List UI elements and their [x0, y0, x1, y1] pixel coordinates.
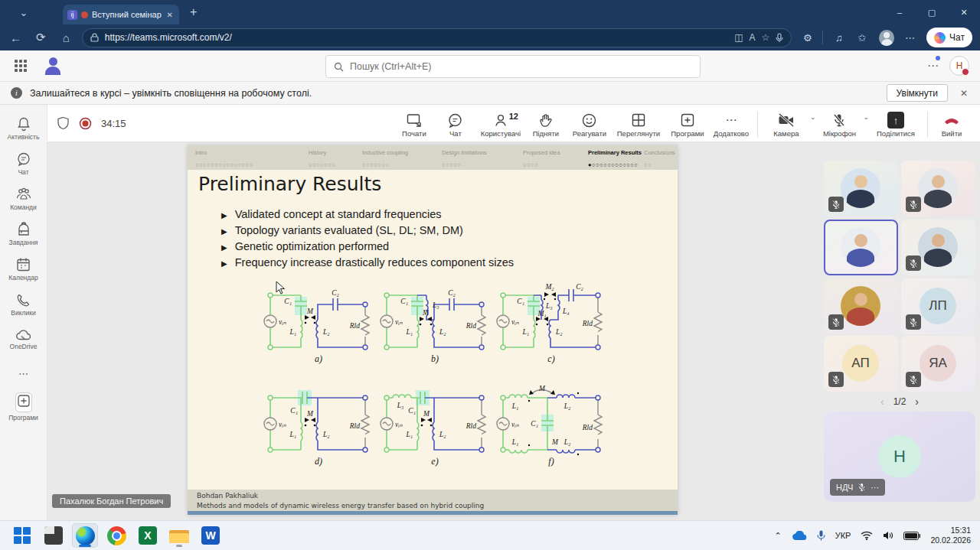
svg-text:C₁: C₁: [400, 298, 408, 305]
camera-options-chevron[interactable]: ⌄: [810, 113, 816, 121]
mic-muted-icon: [828, 372, 844, 387]
taskbar-app-photos[interactable]: [41, 523, 67, 548]
sidebar-item-assignments[interactable]: Завдання: [0, 216, 47, 252]
mic-tray-icon[interactable]: [817, 530, 825, 541]
slide-bottom-bar: [188, 511, 678, 515]
teams-profile-avatar[interactable]: Н: [949, 56, 969, 76]
banner-close-icon[interactable]: ✕: [960, 88, 968, 99]
participant-tile-4[interactable]: [901, 220, 975, 275]
browser-tab[interactable]: ij Вступний семінар ДБ теми 1 ✕: [63, 5, 179, 24]
svg-text:M₁: M₁: [537, 310, 546, 317]
tray-chevron-up-icon[interactable]: ⌃: [774, 531, 781, 541]
participant-tile-1[interactable]: [824, 161, 898, 216]
mic-muted-icon: [906, 372, 921, 387]
svg-text:L₁: L₁: [405, 328, 413, 336]
enable-notifications-button[interactable]: Увімкнути: [887, 84, 948, 102]
clock-date: 20.02.2026: [930, 535, 971, 545]
favorites-star-icon[interactable]: ☆: [761, 32, 769, 43]
self-avatar: Н: [878, 435, 921, 478]
svg-text:L₂: L₂: [322, 328, 330, 336]
mic-muted-icon: [858, 483, 866, 492]
page-prev-icon[interactable]: ‹: [880, 395, 884, 408]
leave-button[interactable]: Вийти: [934, 109, 969, 138]
page-next-icon[interactable]: ›: [915, 395, 919, 408]
taskbar-clock[interactable]: 15:31 20.02.2026: [930, 526, 971, 545]
sidebar-more-icon[interactable]: ⋯: [18, 362, 28, 385]
home-button[interactable]: ⌂: [57, 28, 76, 47]
participant-tile-2[interactable]: [901, 161, 975, 216]
onedrive-tray-icon[interactable]: [792, 531, 807, 541]
sidebar-item-calls[interactable]: Виклики: [0, 287, 47, 322]
taskbar-app-explorer[interactable]: [166, 523, 192, 548]
react-button[interactable]: Реагувати: [567, 109, 612, 138]
camera-button[interactable]: Камера: [764, 109, 808, 138]
media-playing-icon[interactable]: ♫: [831, 30, 846, 45]
read-aloud-icon[interactable]: A: [749, 32, 755, 43]
participant-tile-8[interactable]: ЯА: [901, 336, 975, 392]
sidebar-item-onedrive[interactable]: OneDrive: [0, 322, 47, 357]
language-indicator[interactable]: УКР: [835, 531, 851, 540]
more-button[interactable]: ⋯ Додатково: [711, 109, 751, 138]
raise-hand-button[interactable]: Підняти: [526, 109, 566, 138]
taskbar-app-chrome[interactable]: [103, 523, 129, 548]
close-button[interactable]: ✕: [948, 0, 980, 24]
self-video-tile[interactable]: Н НДЧ ⋯: [824, 412, 975, 502]
slide-bullet-2: ▶Topology variants evaluated (SL, DL; SM…: [221, 224, 463, 236]
copilot-chat-button[interactable]: Чат: [926, 28, 972, 47]
participant-tile-5[interactable]: [824, 278, 898, 334]
self-name-pill[interactable]: НДЧ ⋯: [830, 479, 885, 496]
participant-tile-6[interactable]: ЛП: [901, 278, 975, 334]
sidebar-item-apps[interactable]: Програми: [0, 389, 47, 425]
minimize-button[interactable]: –: [884, 0, 916, 24]
maximize-button[interactable]: ▢: [916, 0, 948, 24]
url-text: https://teams.microsoft.com/v2/: [105, 32, 728, 43]
start-button[interactable]: [9, 523, 35, 548]
taskbar-app-edge[interactable]: [72, 523, 98, 548]
self-more-icon[interactable]: ⋯: [871, 483, 879, 493]
circuit-diagram-e: L₃ C₁ M vᵢₙ L₁ L₂ Rld e): [377, 384, 492, 467]
chat-button[interactable]: Чат: [436, 109, 475, 138]
taskbar-app-word[interactable]: W: [198, 523, 224, 548]
mic-options-chevron[interactable]: ⌄: [863, 113, 869, 121]
copilot-label: Чат: [949, 32, 965, 43]
speaker-icon[interactable]: [883, 531, 893, 540]
share-start-button[interactable]: Почати: [394, 109, 434, 138]
taskbar-app-excel[interactable]: X: [135, 523, 161, 548]
svg-text:Rld: Rld: [582, 320, 593, 327]
sidebar-item-calendar[interactable]: Календар: [0, 252, 47, 287]
browser-profile-avatar[interactable]: [879, 30, 894, 46]
search-input[interactable]: [350, 61, 692, 72]
tab-list-button[interactable]: ⌄: [14, 5, 34, 20]
waffle-menu-icon[interactable]: [9, 54, 32, 77]
svg-text:L₂: L₂: [439, 431, 446, 438]
teams-search-box[interactable]: [325, 55, 701, 78]
circuit-caption-b: b): [377, 353, 492, 365]
apps-button[interactable]: Програми: [665, 109, 710, 138]
browser-settings-ellipsis[interactable]: ⋯: [903, 30, 917, 45]
extensions-icon[interactable]: ⚙: [800, 30, 815, 45]
share-tray-button[interactable]: ↑ Поділитися: [871, 109, 921, 138]
split-screen-icon[interactable]: ◫: [734, 32, 743, 43]
mic-button[interactable]: Мікрофон: [817, 109, 861, 138]
svg-text:C₂: C₂: [448, 289, 456, 297]
view-button[interactable]: Переглянути: [613, 109, 664, 138]
sidebar-item-teams[interactable]: Команди: [0, 181, 47, 216]
new-tab-button[interactable]: +: [190, 5, 197, 19]
refresh-button[interactable]: ⟳: [31, 28, 51, 47]
svg-text:L₂: L₂: [564, 438, 571, 446]
wifi-icon[interactable]: [861, 531, 873, 540]
address-bar[interactable]: https://teams.microsoft.com/v2/ ◫ A ☆: [82, 28, 792, 47]
participant-tile-3-speaking[interactable]: [824, 220, 898, 275]
teams-logo-icon[interactable]: [43, 56, 63, 76]
battery-icon[interactable]: [903, 532, 920, 540]
sidebar-item-chat[interactable]: Чат: [0, 146, 47, 181]
participants-button[interactable]: 12 Користувачі: [477, 109, 524, 138]
tab-close-icon[interactable]: ✕: [165, 11, 175, 19]
sidebar-item-activity[interactable]: Активність: [0, 111, 47, 146]
voice-search-icon[interactable]: [776, 33, 783, 43]
collections-icon[interactable]: ✩: [855, 30, 870, 45]
chat-bubble-icon: [16, 151, 31, 167]
back-button[interactable]: ←: [6, 28, 25, 47]
participant-tile-7[interactable]: АП: [824, 336, 898, 392]
teams-more-options[interactable]: ⋯: [927, 59, 939, 73]
